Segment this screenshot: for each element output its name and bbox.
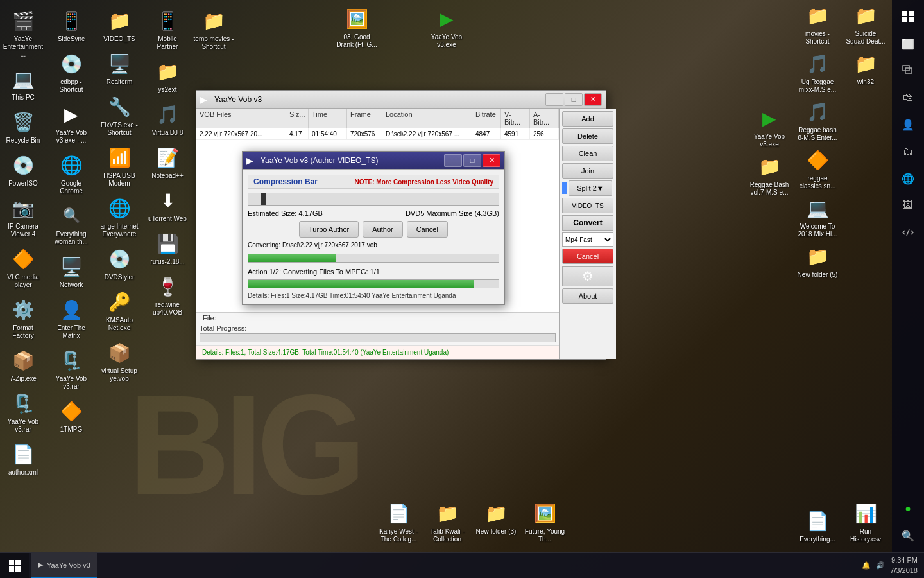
- good-drank-icon[interactable]: 🖼️ 03. Good Drank (Ft. G...: [334, 3, 380, 51]
- sidebar-person-icon[interactable]: 👤: [896, 113, 920, 136]
- yaaye-vob-rar-icon[interactable]: 🗜️ YaaYe Vob v3.rar: [0, 388, 46, 436]
- clock-date: 7/3/2018: [890, 566, 918, 575]
- sidebar-windows-icon[interactable]: [896, 5, 920, 28]
- taskbar-volume-icon[interactable]: 🔊: [876, 561, 885, 570]
- taskbar-clock[interactable]: 9:34 PM 7/3/2018: [890, 556, 918, 575]
- ip-camera-icon[interactable]: 📷 IP Camera Viewer 4: [0, 193, 46, 241]
- video-ts-icon[interactable]: 📁 VIDEO_TS: [96, 5, 142, 46]
- sidebar-photos-icon[interactable]: 🖼: [896, 194, 920, 217]
- ug-reggae-icon[interactable]: 🎵 Ug Reggae mixx-M.S e...: [794, 48, 841, 96]
- recycle-bin-icon[interactable]: 🗑️ Recycle Bin: [0, 107, 46, 147]
- video-ts-button[interactable]: VIDEO_TS: [562, 198, 613, 213]
- turbo-author-button[interactable]: Turbo Author: [299, 221, 359, 238]
- notepadpp-icon[interactable]: 📝 Notepad++: [144, 142, 191, 182]
- mobile-partner-icon[interactable]: 📱 Mobile Partner: [144, 5, 191, 53]
- new-folder-5-icon[interactable]: 📁 New folder (5): [794, 241, 841, 281]
- virtualdj-icon[interactable]: 🎵 VirtualDJ 8: [144, 99, 191, 139]
- comp-action-label: Action 1/2: Converting Files To MPEG: 1/…: [248, 268, 499, 276]
- rufus-icon[interactable]: 💾 rufus-2.18...: [144, 228, 191, 268]
- cancel-convert-button[interactable]: Cancel: [562, 249, 613, 264]
- sidebar-map-icon[interactable]: 🗂: [896, 140, 920, 163]
- comp-progress-section: [248, 252, 499, 264]
- future-young-icon[interactable]: 🖼️ Future, Young Th...: [522, 498, 568, 546]
- col-abitrate: A-Bitr...: [530, 109, 559, 128]
- sidebar-green-indicator: ●: [896, 497, 920, 520]
- add-button[interactable]: Add: [562, 111, 613, 127]
- comp-minimize-button[interactable]: ─: [444, 154, 462, 167]
- yaaye-vob-exe2-icon[interactable]: ▶ YaaYe Vob v3.exe: [746, 103, 792, 151]
- author-button[interactable]: Author: [363, 221, 402, 238]
- kmsauto-icon[interactable]: 🔑 KMSAuto Net.exe: [96, 286, 142, 335]
- yaaye-vob-shortcut-icon[interactable]: ▶ YaaYe Vob v3.exe - ...: [48, 99, 94, 147]
- google-chrome-icon[interactable]: 🌐 Google Chrome: [48, 150, 94, 198]
- sidebar-code-icon[interactable]: [896, 221, 920, 244]
- reggae-bash-vol7-icon[interactable]: 📁 Reggae Bash vol.7-M.S e...: [746, 151, 792, 199]
- cell-abitrate: 256: [530, 128, 559, 139]
- realterm-icon[interactable]: 🖥️ Realterm: [96, 48, 142, 89]
- vlc-player-icon[interactable]: 🔶 VLC media player: [0, 243, 46, 292]
- hspa-modem-icon[interactable]: 📶 HSPA USB Modem: [96, 142, 142, 190]
- split-button[interactable]: Split 2 ▼: [569, 180, 612, 196]
- yaaye-entertainment-icon[interactable]: 🎬 YaaYe Entertainment...: [0, 5, 46, 61]
- network-icon[interactable]: 🖥️ Network: [48, 251, 94, 292]
- reggae-bash-icon[interactable]: 🎵 Reggae bash 8-M.S Enter...: [794, 96, 841, 144]
- sidebar-store-icon[interactable]: 🛍: [896, 86, 920, 109]
- join-button[interactable]: Join: [562, 163, 613, 179]
- everything-ini-icon[interactable]: 📄 Everything...: [794, 505, 841, 546]
- win32-icon[interactable]: 📁 win32: [843, 48, 889, 89]
- run-history-icon[interactable]: 📊 Run History.csv: [843, 498, 889, 546]
- internet-everywhere-icon[interactable]: 🌐 ange Internet Everywhere: [96, 193, 142, 241]
- this-pc-icon[interactable]: 💻 This PC: [0, 64, 46, 104]
- suicide-squad-icon[interactable]: 📁 Suicide Squad Deat...: [843, 0, 889, 48]
- 1tmpg-icon[interactable]: 🔶 1TMPG: [48, 396, 94, 436]
- vob-table-row[interactable]: 2.22 vjjr 720x567 20... 4.17 01:54:40 72…: [196, 128, 559, 140]
- comp-window-icon: ▶: [246, 155, 257, 166]
- virtual-setup-icon[interactable]: 📦 virtual Setup ye.vob: [96, 337, 142, 385]
- enter-matrix-icon[interactable]: 👤 Enter The Matrix: [48, 294, 94, 342]
- status-text: Details: Files:1, Total Size:4.17GB, Tot…: [200, 347, 556, 357]
- welcome-2018-icon[interactable]: 💻 Welcome To 2018 Mix Hi...: [794, 193, 841, 241]
- new-folder-3-icon[interactable]: 📁 New folder (3): [473, 498, 519, 546]
- sidebar-search2-icon[interactable]: 🔍: [896, 524, 920, 547]
- taskbar-yaaye-item[interactable]: ▶ YaaYe Vob v3: [31, 553, 97, 579]
- minimize-button[interactable]: ─: [545, 93, 563, 106]
- convert-button[interactable]: Convert: [562, 215, 613, 231]
- yaaye-vob-exe-top-icon[interactable]: ▶ YaaYe Vob v3.exe: [424, 3, 470, 51]
- start-button[interactable]: [0, 553, 29, 579]
- temp-movies-shortcut-icon[interactable]: 📁 temp movies - Shortcut: [191, 5, 237, 53]
- kanye-west-icon[interactable]: 📄 Kanye West - The Colleg...: [375, 498, 422, 546]
- comp-maximize-button[interactable]: □: [463, 154, 481, 167]
- ys2ext-icon[interactable]: 📁 ys2ext: [144, 56, 191, 96]
- dvdstyler-icon[interactable]: 💿 DVDStyler: [96, 243, 142, 284]
- about-button[interactable]: About: [562, 288, 613, 304]
- delete-button[interactable]: Delete: [562, 128, 613, 144]
- utorrent-icon[interactable]: ⬇ uTorrent Web: [144, 185, 191, 225]
- author-xml-icon[interactable]: 📄 author.xml: [0, 439, 46, 479]
- poweriso-icon[interactable]: 💿 PowerISO: [0, 150, 46, 190]
- reggae-classics-icon[interactable]: 🔶 reggae classics sn...: [794, 144, 841, 193]
- 7zip-icon[interactable]: 📦 7-Zip.exe: [0, 345, 46, 385]
- everything-woman-icon[interactable]: 🔍 Everything woman th...: [48, 200, 94, 249]
- comp-cancel-button[interactable]: Cancel: [407, 221, 448, 238]
- yaaye-vob-rar2-icon[interactable]: 🗜️ YaaYe Vob v3.rar: [48, 345, 94, 393]
- talib-kwali-icon[interactable]: 📁 Talib Kwali - Collection: [424, 498, 470, 546]
- comp-close-button[interactable]: ✕: [483, 154, 501, 167]
- sidestep-icon[interactable]: 📱 SideSync: [48, 5, 94, 46]
- yaaye-titlebar[interactable]: ▶ YaaYe Vob v3 ─ □ ✕: [196, 91, 606, 109]
- movies-shortcut-icon[interactable]: 📁 movies - Shortcut: [794, 0, 841, 48]
- format-factory-icon[interactable]: ⚙️ Format Factory: [0, 294, 46, 342]
- format-select[interactable]: Mp4 Fast: [562, 232, 613, 247]
- maximize-button[interactable]: □: [565, 93, 583, 106]
- sidebar-multi-windows-icon[interactable]: [896, 59, 920, 82]
- comp-bar-track[interactable]: [248, 193, 499, 206]
- fixvts-icon[interactable]: 🔧 FixVTS.exe - Shortcut: [96, 91, 142, 139]
- settings-button[interactable]: ⚙: [562, 266, 613, 286]
- sidebar-search-icon[interactable]: ⬜: [896, 32, 920, 55]
- clean-button[interactable]: Clean: [562, 146, 613, 161]
- cdbpp-icon[interactable]: 💿 cdbpp - Shortcut: [48, 48, 94, 96]
- red-wine-icon[interactable]: 🍷 red.wine ub40.VOB: [144, 271, 191, 319]
- close-button[interactable]: ✕: [584, 93, 602, 106]
- compression-titlebar[interactable]: ▶ YaaYe Vob v3 (Author VIDEO_TS) ─ □ ✕: [243, 152, 504, 170]
- comp-bar-thumb: [261, 193, 266, 205]
- sidebar-chrome-icon[interactable]: 🌐: [896, 167, 920, 190]
